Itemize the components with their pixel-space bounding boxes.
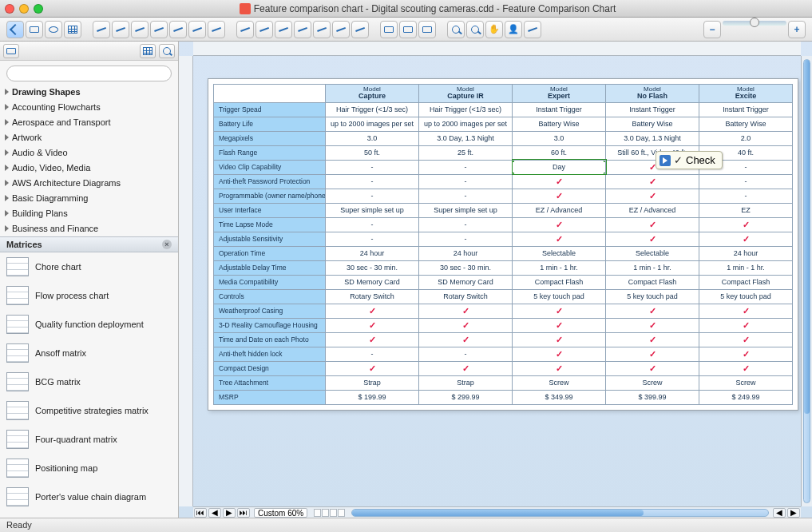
column-header[interactable]: ModelExcite xyxy=(699,85,793,103)
tool-line-7[interactable] xyxy=(351,21,369,38)
sidebar-item[interactable]: Porter's value chain diagram xyxy=(0,482,178,511)
table-cell[interactable]: 3.0 xyxy=(513,131,606,145)
table-cell[interactable]: ✓ xyxy=(326,361,419,375)
table-cell[interactable]: ✓ xyxy=(606,361,699,375)
table-cell[interactable]: ✓ xyxy=(419,318,513,332)
row-label[interactable]: Anti-theft hidden lock xyxy=(214,347,326,361)
tool-zoom[interactable] xyxy=(466,21,484,38)
table-cell[interactable]: EZ / Advanced xyxy=(606,203,699,217)
table-cell[interactable]: Compact Flash xyxy=(513,275,606,289)
scrollbar-vertical[interactable] xyxy=(801,56,812,506)
sidebar-category[interactable]: AWS Architecture Diagrams xyxy=(0,176,178,191)
table-cell[interactable]: Selectable xyxy=(606,246,699,260)
table-cell[interactable]: Super simple set up xyxy=(326,203,419,217)
table-cell[interactable]: 3.0 Day, 1.3 Night xyxy=(606,131,699,145)
table-cell[interactable]: - xyxy=(419,160,513,174)
table-cell[interactable]: - xyxy=(326,160,419,174)
table-cell[interactable]: 5 key touch pad xyxy=(699,289,793,304)
sidebar-item[interactable]: Four-quadrant matrix xyxy=(0,425,178,454)
table-cell[interactable]: Screw xyxy=(513,375,606,390)
sidebar-category[interactable]: Audio, Video, Media xyxy=(0,161,178,176)
table-cell[interactable]: up to 2000 images per set xyxy=(419,117,513,131)
table-cell[interactable]: ✓ xyxy=(606,304,699,318)
table-cell[interactable]: ✓ xyxy=(699,232,793,246)
tool-eraser[interactable] xyxy=(524,21,541,38)
scrollbar-horizontal[interactable] xyxy=(351,509,769,517)
table-cell[interactable]: Selectable xyxy=(513,246,606,260)
tool-pointer[interactable] xyxy=(6,21,24,38)
canvas[interactable]: ModelCaptureModelCapture IRModelExpertMo… xyxy=(193,56,801,506)
table-cell[interactable]: $ 249.99 xyxy=(699,390,793,404)
tool-conn-1[interactable] xyxy=(93,21,110,38)
table-cell[interactable]: - xyxy=(699,174,793,189)
table-cell[interactable]: ✓ xyxy=(513,347,606,361)
tool-conn-3[interactable] xyxy=(131,21,149,38)
table-cell[interactable]: 60 ft. xyxy=(513,145,606,160)
table-cell[interactable]: ✓ xyxy=(606,217,699,232)
table-cell[interactable]: 25 ft. xyxy=(419,145,513,160)
row-label[interactable]: Anti-theft Password Protection xyxy=(214,174,326,189)
tool-conn-5[interactable] xyxy=(169,21,187,38)
table-cell[interactable]: $ 349.99 xyxy=(513,390,606,404)
table-cell[interactable]: 1 min - 1 hr. xyxy=(699,260,793,275)
row-label[interactable]: Operation Time xyxy=(214,246,326,260)
row-label[interactable]: 3-D Reality Camouflage Housing xyxy=(214,318,326,332)
sidebar-mode-grid[interactable] xyxy=(140,44,156,58)
table-cell[interactable]: Instant Trigger xyxy=(513,102,606,117)
sidebar-item[interactable]: Ansoff matrix xyxy=(0,339,178,367)
sidebar-section-matrices[interactable]: Matrices × xyxy=(0,236,178,252)
comparison-table[interactable]: ModelCaptureModelCapture IRModelExpertMo… xyxy=(213,84,793,405)
table-cell[interactable]: ✓ xyxy=(606,347,699,361)
table-cell[interactable]: 24 hour xyxy=(699,246,793,260)
tool-line-4[interactable] xyxy=(294,21,311,38)
table-cell[interactable]: SD Memory Card xyxy=(326,275,419,289)
table-cell[interactable]: Strap xyxy=(419,375,513,390)
table-cell[interactable]: ✓ xyxy=(606,318,699,332)
row-label[interactable]: Adjustable Delay Time xyxy=(214,260,326,275)
table-cell[interactable]: 5 key touch pad xyxy=(606,289,699,304)
page-first[interactable]: ⏮ xyxy=(194,508,207,518)
column-header[interactable]: ModelNo Flash xyxy=(606,85,699,103)
table-cell[interactable]: up to 2000 images per set xyxy=(326,117,419,131)
row-label[interactable]: User Interface xyxy=(214,203,326,217)
resize-handle[interactable] xyxy=(604,160,606,162)
table-cell[interactable]: $ 299.99 xyxy=(419,390,513,404)
table-cell[interactable]: 24 hour xyxy=(326,246,419,260)
table-cell[interactable]: - xyxy=(419,189,513,203)
table-cell[interactable]: ✓ xyxy=(513,189,606,203)
row-label[interactable]: Flash Range xyxy=(214,145,326,160)
table-cell[interactable]: ✓ xyxy=(606,232,699,246)
sidebar-category[interactable]: Accounting Flowcharts xyxy=(0,100,178,115)
table-cell[interactable]: ✓ xyxy=(513,232,606,246)
table-cell[interactable]: Compact Flash xyxy=(699,275,793,289)
table-cell[interactable]: SD Memory Card xyxy=(419,275,513,289)
page-last[interactable]: ⏭ xyxy=(237,508,250,518)
table-cell[interactable]: 2.0 xyxy=(699,131,793,145)
tool-rect[interactable] xyxy=(26,21,43,38)
tool-line-3[interactable] xyxy=(275,21,292,38)
row-label[interactable]: Battery Life xyxy=(214,117,326,131)
sidebar-item[interactable]: Competitive strategies matrix xyxy=(0,396,178,425)
table-cell[interactable]: ✓ xyxy=(699,361,793,375)
sidebar-item[interactable]: Flow process chart xyxy=(0,281,178,310)
tool-arrange-2[interactable] xyxy=(399,21,417,38)
row-label[interactable]: Controls xyxy=(214,289,326,304)
table-cell[interactable]: 1 min - 1 hr. xyxy=(513,260,606,275)
zoom-slider[interactable] xyxy=(723,21,786,26)
table-cell[interactable]: Rotary Switch xyxy=(419,289,513,304)
table-cell[interactable]: - xyxy=(326,174,419,189)
table-cell[interactable]: 3.0 xyxy=(326,131,419,145)
table-cell[interactable]: ✓ xyxy=(699,347,793,361)
table-cell[interactable]: 1 min - 1 hr. xyxy=(606,260,699,275)
table-cell[interactable]: Battery Wise xyxy=(513,117,606,131)
table-cell[interactable]: - xyxy=(699,189,793,203)
row-label[interactable]: Time Lapse Mode xyxy=(214,217,326,232)
sidebar-search-button[interactable] xyxy=(159,44,175,58)
table-cell[interactable]: ✓ xyxy=(606,332,699,347)
table-cell[interactable]: - xyxy=(326,217,419,232)
table-cell[interactable]: ✓ xyxy=(419,361,513,375)
table-cell[interactable]: Day xyxy=(513,160,606,174)
tool-refresh[interactable] xyxy=(447,21,465,38)
sidebar-category[interactable]: Audio & Video xyxy=(0,145,178,161)
column-header[interactable]: ModelCapture IR xyxy=(419,85,513,103)
